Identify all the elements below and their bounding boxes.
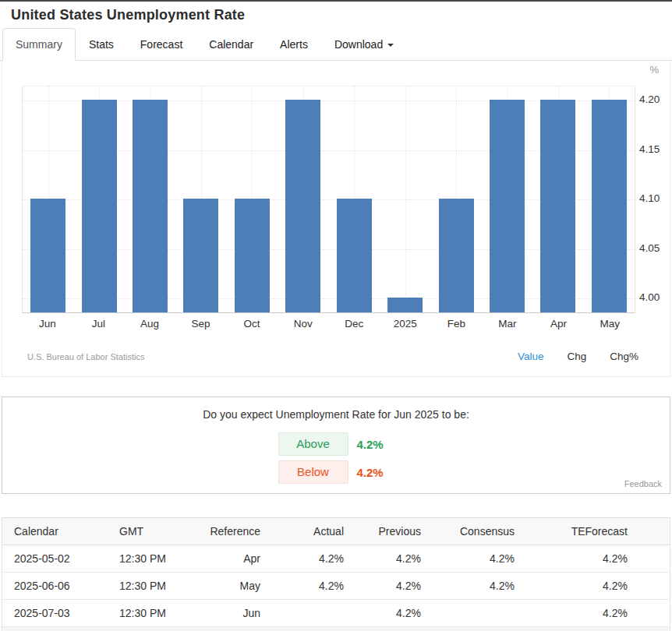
- chart-panel: % JunJulAugSepOctNovDec2025FebMarAprMay …: [2, 61, 670, 377]
- bar-mar[interactable]: [490, 100, 525, 312]
- y-axis-tick-label: 4.20: [639, 93, 660, 105]
- calendar-table-header-row: CalendarGMTReferenceActualPreviousConsen…: [2, 518, 670, 545]
- y-axis-unit-label: %: [649, 64, 659, 76]
- table-cell: [2, 627, 111, 631]
- bar-slot: [430, 86, 481, 312]
- column-header-consensus: Consensus: [429, 518, 522, 545]
- table-cell: [111, 627, 197, 631]
- poll-below-value: 4.2%: [357, 466, 394, 479]
- bar-sep[interactable]: [183, 199, 218, 312]
- table-cell: 12:30 PM: [111, 545, 197, 573]
- tab-download[interactable]: Download: [321, 28, 407, 61]
- x-axis-label-feb: Feb: [431, 318, 483, 330]
- bar-apr[interactable]: [540, 100, 575, 312]
- bar-slot: [278, 86, 328, 312]
- y-axis-tick-label: 4.05: [639, 242, 660, 254]
- table-cell: 4.2%: [429, 573, 522, 600]
- feedback-link[interactable]: Feedback: [624, 479, 662, 488]
- y-axis-tick-label: 4.00: [639, 291, 660, 303]
- chart-footer: U.S. Bureau of Labor Statistics ValueChg…: [2, 351, 670, 362]
- x-axis-label-jun: Jun: [22, 318, 73, 330]
- x-axis-label-2025: 2025: [380, 318, 431, 330]
- x-axis-label-nov: Nov: [278, 318, 329, 330]
- tab-alerts[interactable]: Alerts: [267, 28, 321, 61]
- poll-below-button[interactable]: Below: [278, 460, 348, 484]
- x-axis-label-mar: Mar: [482, 318, 533, 330]
- series-link-chg[interactable]: Chg: [567, 351, 586, 362]
- bar-slot: [584, 86, 635, 312]
- table-cell: Apr: [197, 545, 268, 573]
- table-cell: 4.2%: [429, 545, 522, 573]
- table-cell: [522, 627, 670, 631]
- x-axis-label-jul: Jul: [73, 318, 125, 330]
- tab-bar: SummaryStatsForecastCalendarAlertsDownlo…: [0, 28, 672, 61]
- table-row-partial: [2, 627, 670, 631]
- table-cell: [352, 627, 429, 631]
- column-header-previous: Previous: [352, 518, 429, 545]
- table-cell: 4.2%: [352, 545, 429, 573]
- calendar-table-section: CalendarGMTReferenceActualPreviousConsen…: [2, 517, 670, 631]
- series-link-chgpct[interactable]: Chg%: [610, 351, 638, 362]
- table-cell: 4.2%: [522, 545, 670, 573]
- page: United States Unemployment Rate SummaryS…: [0, 0, 672, 631]
- bar-slot: [380, 86, 430, 312]
- table-cell: 12:30 PM: [111, 600, 197, 627]
- bar-jul[interactable]: [82, 100, 117, 312]
- column-header-reference: Reference: [197, 518, 268, 545]
- bar-2025[interactable]: [387, 298, 423, 312]
- bar-nov[interactable]: [285, 100, 320, 312]
- tab-calendar[interactable]: Calendar: [196, 28, 267, 61]
- table-cell: 2025-07-03: [2, 600, 111, 627]
- table-cell: [429, 627, 522, 631]
- bar-oct[interactable]: [235, 199, 270, 312]
- page-header: United States Unemployment Rate: [0, 2, 672, 28]
- table-cell: [429, 600, 522, 627]
- chart-source-credit: U.S. Bureau of Labor Statistics: [27, 352, 144, 361]
- poll-below-row: Below 4.2%: [10, 460, 662, 484]
- table-cell: [197, 627, 268, 631]
- table-row: 2025-07-0312:30 PMJun4.2%4.2%: [2, 600, 670, 627]
- tab-forecast[interactable]: Forecast: [127, 28, 196, 61]
- column-header-teforecast: TEForecast: [522, 518, 670, 545]
- x-axis-label-aug: Aug: [124, 318, 175, 330]
- table-cell: Jun: [197, 600, 268, 627]
- x-axis-label-may: May: [584, 318, 635, 330]
- bar-slot: [227, 86, 278, 312]
- table-cell: May: [197, 573, 268, 600]
- poll-question: Do you expect Unemployment Rate for Jun …: [10, 408, 662, 421]
- poll-above-value: 4.2%: [357, 438, 394, 451]
- bar-jun[interactable]: [30, 199, 65, 312]
- bar-slot: [125, 86, 175, 312]
- page-title: United States Unemployment Rate: [11, 7, 661, 23]
- poll-panel: Do you expect Unemployment Rate for Jun …: [2, 397, 670, 494]
- bar-dec[interactable]: [337, 199, 372, 312]
- poll-above-button[interactable]: Above: [278, 432, 348, 456]
- bar-slot: [23, 86, 73, 312]
- x-axis-label-sep: Sep: [175, 318, 227, 330]
- bar-feb[interactable]: [439, 199, 474, 312]
- chart-area: % JunJulAugSepOctNovDec2025FebMarAprMay …: [2, 61, 670, 333]
- y-axis-tick-label: 4.15: [639, 143, 660, 155]
- calendar-table: CalendarGMTReferenceActualPreviousConsen…: [2, 517, 670, 631]
- bar-may[interactable]: [592, 100, 627, 312]
- table-cell: 4.2%: [268, 545, 352, 573]
- tab-summary[interactable]: Summary: [2, 28, 76, 61]
- table-cell: 4.2%: [352, 573, 429, 600]
- bar-slot: [532, 86, 583, 312]
- poll-above-row: Above 4.2%: [10, 432, 662, 456]
- bar-slot: [482, 86, 532, 312]
- tab-stats[interactable]: Stats: [76, 28, 127, 61]
- bar-aug[interactable]: [133, 100, 168, 312]
- series-link-value[interactable]: Value: [518, 351, 544, 362]
- x-axis-labels: JunJulAugSepOctNovDec2025FebMarAprMay: [22, 318, 635, 330]
- series-mode-links: ValueChgChg%: [518, 351, 638, 362]
- table-cell: [268, 627, 352, 631]
- table-cell: 12:30 PM: [111, 573, 197, 600]
- x-axis-label-dec: Dec: [328, 318, 380, 330]
- gridline-vertical: [405, 86, 406, 312]
- plot-area: [22, 86, 635, 313]
- column-header-calendar: Calendar: [2, 518, 111, 545]
- table-cell: 2025-05-02: [2, 545, 111, 573]
- table-cell: [268, 600, 352, 627]
- table-cell: 4.2%: [522, 573, 670, 600]
